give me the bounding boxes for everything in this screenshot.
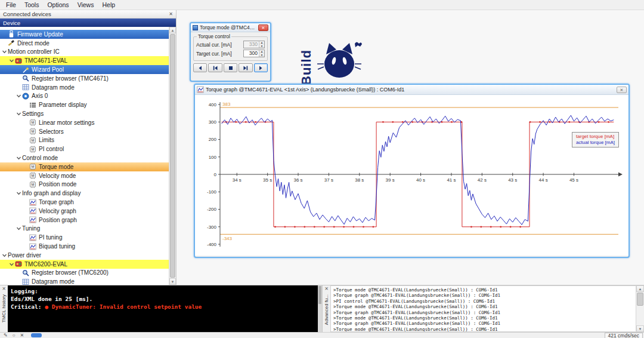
tree-item-wizard-pool[interactable]: Wizard Pool <box>0 65 169 74</box>
tree-item-firmware-update[interactable]: Firmware Update <box>0 30 169 39</box>
tmcl-history-tabstrip: ✕ TMCL history <box>0 285 8 332</box>
torque-window-title: Torque mode @TMC4671-E... <box>200 24 256 30</box>
torque-window-titlebar[interactable]: Torque mode @TMC4671-E... ✕ <box>191 23 270 32</box>
tree-item-position-graph[interactable]: Position graph <box>0 216 169 225</box>
target-current-value[interactable]: 300 <box>244 50 259 57</box>
svg-text:37 s: 37 s <box>324 177 333 183</box>
chevron-down-icon[interactable] <box>16 155 22 161</box>
usb-icon <box>8 30 15 38</box>
edit-icon[interactable]: ✎ <box>4 333 8 338</box>
tree-item-motion-controller-ic[interactable]: Motion controller IC <box>0 48 169 57</box>
scrollbar-thumb[interactable] <box>170 34 175 278</box>
tree-item-label: Axis 0 <box>32 93 51 99</box>
tree-item-torque-mode[interactable]: MTorque mode <box>0 162 169 171</box>
actual-current-spinbox: 330 ▲▼ <box>243 41 265 48</box>
tree-item-info-graph-and-display[interactable]: Info graph and display <box>0 189 169 198</box>
log-line: Eds/XML done in 25 [ms]. <box>11 295 319 303</box>
tree-item-selectors[interactable]: MSelectors <box>0 127 169 136</box>
close-icon[interactable]: ✕ <box>324 287 329 291</box>
svg-text:36 s: 36 s <box>293 177 302 183</box>
tree-item-pi-tuning[interactable]: PI tuning <box>0 233 169 242</box>
target-current-spinbox[interactable]: 300 ▲▼ <box>243 50 265 57</box>
tree-item-label: Wizard Pool <box>32 66 67 73</box>
chevron-down-icon[interactable] <box>1 253 8 258</box>
scroll-down-icon[interactable]: ▼ <box>169 278 176 285</box>
play-button[interactable] <box>254 63 268 72</box>
tree-item-limits[interactable]: MLimits <box>0 136 169 145</box>
tree-item-settings[interactable]: Settings <box>0 109 169 118</box>
skip-start-button[interactable] <box>208 63 222 72</box>
menu-views[interactable]: Views <box>73 1 98 9</box>
window-close-icon[interactable]: ✕ <box>617 87 627 93</box>
workspace: Build Torque mode @TMC4671-E... ✕ Torque… <box>177 10 644 285</box>
chevron-down-icon[interactable] <box>1 49 8 54</box>
tree-item-control-mode[interactable]: Control mode <box>0 153 169 162</box>
graph-icon <box>29 243 36 250</box>
tree-item-torque-graph[interactable]: Torque graph <box>0 198 169 207</box>
tree-item-tmc6200-eval[interactable]: TMC6200-EVAL <box>0 260 169 269</box>
device-header[interactable]: Device <box>0 19 176 27</box>
tree-item-parameter-display[interactable]: Parameter display <box>0 100 169 109</box>
close-icon[interactable]: ✕ <box>169 11 173 17</box>
menu-file[interactable]: File <box>2 1 20 9</box>
scroll-down-icon[interactable]: ▼ <box>636 325 644 332</box>
tree-item-register-browser-tmc4671[interactable]: Register browser (TMC4671) <box>0 74 169 83</box>
graph-icon <box>29 199 36 206</box>
tree-item-datagram-mode[interactable]: Datagram mode <box>0 277 169 285</box>
logging-console-scrollbar[interactable] <box>318 285 322 332</box>
scrollbar-thumb[interactable] <box>637 293 643 306</box>
tree-item-datagram-mode[interactable]: Datagram mode <box>0 83 169 92</box>
logging-console[interactable]: Logging:Eds/XML done in 25 [ms].Critical… <box>8 285 322 332</box>
tree-item-power-driver[interactable]: Power driver <box>0 251 169 260</box>
spinner-arrows-icon[interactable]: ▲▼ <box>259 50 264 57</box>
tree-item-label: Position mode <box>39 181 80 188</box>
tree-item-velocity-graph[interactable]: Velocity graph <box>0 207 169 216</box>
wand-icon <box>22 66 29 73</box>
menu-tools[interactable]: Tools <box>20 1 44 9</box>
close-icon[interactable]: ✕ <box>258 24 268 31</box>
tree-item-tuning[interactable]: Tuning <box>0 225 169 233</box>
chevron-down-icon[interactable] <box>16 190 22 196</box>
tree-item-label: Limits <box>39 137 58 143</box>
chevron-down-icon[interactable] <box>8 58 15 63</box>
chart-plot-area: 383-3434003002001000-100-200-300-40034 s… <box>195 95 628 257</box>
tab-tmcl-history[interactable]: TMCL history <box>1 294 7 322</box>
chevron-down-icon[interactable] <box>16 226 22 231</box>
tree-item-biquad-tuning[interactable]: Biquad tuning <box>0 242 169 251</box>
tree-item-linear-motor-settings[interactable]: MLinear motor settings <box>0 118 169 127</box>
scroll-up-icon[interactable]: ▲ <box>636 285 644 292</box>
close-icon[interactable]: ✕ <box>20 333 24 338</box>
stop-button[interactable] <box>224 63 237 72</box>
chip-icon: M <box>29 181 36 188</box>
tree-item-axis-0[interactable]: Axis 0 <box>0 92 169 101</box>
tree-item-position-mode[interactable]: MPosition mode <box>0 180 169 189</box>
graph-window-titlebar[interactable]: Torque graph @TMC4671-EVAL <1st Axis> (L… <box>195 85 628 95</box>
svg-text:200: 200 <box>209 137 217 142</box>
tree-item-pi-control[interactable]: MPI control <box>0 145 169 153</box>
torque-mode-window[interactable]: Torque mode @TMC4671-E... ✕ Torque contr… <box>190 22 271 82</box>
menu-help[interactable]: Help <box>98 1 119 9</box>
tree-item-velocity-mode[interactable]: MVelocity mode <box>0 171 169 180</box>
menu-options[interactable]: Options <box>43 1 73 9</box>
chevron-down-icon[interactable] <box>8 262 15 267</box>
skip-end-button[interactable] <box>239 63 252 72</box>
svg-text:34 s: 34 s <box>233 177 242 183</box>
actual-current-row: Actual cur. [mA] 330 ▲▼ <box>196 41 265 48</box>
step-back-button[interactable] <box>193 63 207 72</box>
tree-item-register-browser-tmc6200[interactable]: Register browser (TMC6200) <box>0 269 169 278</box>
svg-text:300: 300 <box>209 119 217 125</box>
chevron-down-icon[interactable] <box>16 93 22 99</box>
command-log-scrollbar[interactable]: ▲ ▼ <box>636 285 644 332</box>
tree-scrollbar[interactable]: ▲ ▼ <box>169 27 176 285</box>
record-icon[interactable]: ○ <box>13 333 16 338</box>
tree-item-direct-mode[interactable]: Direct mode <box>0 39 169 48</box>
command-log-console[interactable]: >Torque mode @TMC4671-EVAL(Landungsbruec… <box>330 285 644 332</box>
tree-item-label: Velocity mode <box>39 173 79 179</box>
panel-header: Connected devices ✕ <box>0 10 176 19</box>
tab-advanced-functions[interactable]: Advanced fu... <box>324 294 329 325</box>
scroll-up-icon[interactable]: ▲ <box>169 27 176 33</box>
torque-graph-window[interactable]: Torque graph @TMC4671-EVAL <1st Axis> (L… <box>194 84 630 258</box>
tree-item-tmc4671-eval[interactable]: TMC4671-EVAL <box>0 56 169 65</box>
chevron-down-icon[interactable] <box>16 111 22 116</box>
close-icon[interactable]: ✕ <box>2 287 6 291</box>
